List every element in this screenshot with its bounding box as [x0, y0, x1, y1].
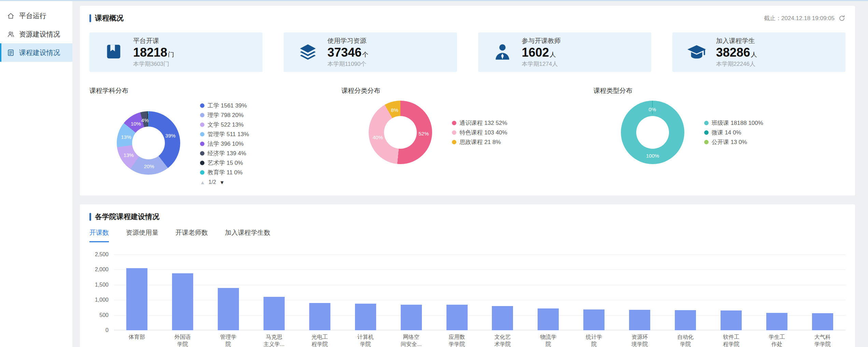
- overview-header: 课程概况 截止：2024.12.18 19:09:05: [89, 13, 845, 23]
- legend-label: 公开课 13 0%: [712, 138, 747, 146]
- legend-dot: [704, 130, 709, 135]
- stat-info: 使用学习资源 37346个 本学期11090个: [327, 37, 368, 68]
- legend-item[interactable]: 经济学 139 4%: [200, 148, 249, 158]
- legend-item[interactable]: 教育学 11 0%: [200, 168, 249, 177]
- bar: [492, 306, 513, 330]
- legend-dot: [200, 170, 204, 175]
- legend-item[interactable]: 文学 522 13%: [200, 120, 249, 129]
- donut-ring: 100%0%: [621, 101, 684, 164]
- x-axis-label: 计算机 学院: [343, 334, 388, 347]
- main-content: 课程概况 截止：2024.12.18 19:09:05 平台开课 18218门 …: [72, 1, 868, 347]
- x-axis-labels: 体育部外国语 学院管理学 院马克思 主义学...光电工 程学院计算机 学院网络空…: [114, 334, 845, 347]
- bar: [721, 310, 742, 330]
- bar-slot: [251, 255, 297, 330]
- legend-label: 通识课程 132 52%: [459, 119, 507, 127]
- y-axis-tick: 2,500: [95, 251, 109, 258]
- refresh-icon[interactable]: [838, 15, 845, 22]
- overview-title: 课程概况: [95, 13, 124, 23]
- x-axis-label: 软件工 程学院: [708, 334, 754, 347]
- stat-term: 本学期3603门: [133, 60, 174, 68]
- legend-label: 班级课 18188 100%: [712, 119, 763, 127]
- users-icon: [7, 30, 15, 38]
- legend-dot: [200, 113, 204, 117]
- sidebar-item-2[interactable]: 资源建设情况: [0, 25, 72, 43]
- bar-slot: [617, 255, 663, 330]
- bar-slot: [297, 255, 343, 330]
- sidebar-item-label: 资源建设情况: [19, 30, 60, 39]
- x-axis-label: 体育部: [114, 334, 160, 347]
- legend-item[interactable]: 管理学 511 13%: [200, 129, 249, 139]
- donut-ring: 52%40%8%: [369, 101, 432, 164]
- x-axis-label: 外国语 学院: [160, 334, 205, 347]
- legend-pagination: ▲1/2▼: [200, 179, 249, 185]
- legend-label: 微课 14 0%: [712, 129, 741, 136]
- sidebar-item-1[interactable]: 平台运行: [0, 6, 72, 25]
- bar: [675, 310, 696, 330]
- legend-item[interactable]: 班级课 18188 100%: [704, 118, 763, 128]
- slice-percentage-label: 8%: [391, 107, 398, 113]
- x-axis-label: 马克思 主义学...: [251, 334, 297, 347]
- college-title: 各学院课程建设情况: [95, 212, 159, 221]
- bar: [355, 304, 376, 330]
- legend-item[interactable]: 通识课程 132 52%: [452, 118, 507, 128]
- legend-label: 思政课程 21 8%: [459, 138, 501, 146]
- y-axis-tick: 1,500: [95, 282, 109, 288]
- legend-item[interactable]: 思政课程 21 8%: [452, 137, 507, 147]
- stat-label: 使用学习资源: [327, 37, 368, 45]
- stat-info: 加入课程学生 38286人 本学期22246人: [716, 37, 757, 68]
- metric-tabs: 开课数资源使用量开课老师数加入课程学生数: [89, 228, 845, 242]
- stat-value: 18218门: [133, 45, 174, 59]
- bar-slot: [480, 255, 526, 330]
- donut-chart-body: 52%40%8% 通识课程 132 52%特色课程 103 40%思政课程 21…: [341, 101, 593, 164]
- college-stats-card: 各学院课程建设情况 开课数资源使用量开课老师数加入课程学生数 05001,000…: [80, 204, 855, 347]
- bar-slot: [525, 255, 571, 330]
- bar-slot: [434, 255, 480, 330]
- bar: [264, 297, 285, 330]
- donut-chart-body: 39%20%13%13%10%4% 工学 1561 39%理学 798 20%文…: [89, 101, 341, 185]
- sidebar-item-label: 平台运行: [19, 11, 46, 20]
- tab-2[interactable]: 资源使用量: [126, 228, 158, 242]
- stat-term: 本学期11090个: [327, 60, 368, 68]
- x-axis-label: 资源环 境学院: [617, 334, 663, 347]
- book-icon: [104, 42, 124, 62]
- stat-term: 本学期1274人: [522, 60, 561, 68]
- legend-item[interactable]: 艺术学 15 0%: [200, 158, 249, 168]
- sidebar-item-3[interactable]: 课程建设情况: [0, 43, 72, 62]
- slice-percentage-label: 0%: [649, 106, 656, 112]
- legend-item[interactable]: 特色课程 103 40%: [452, 128, 507, 137]
- legend-dot: [452, 121, 456, 125]
- bar: [172, 273, 193, 330]
- teacher-icon: [493, 42, 512, 62]
- bar-slot: [160, 255, 205, 330]
- donut-charts-row: 课程学科分布 39%20%13%13%10%4% 工学 1561 39%理学 7…: [89, 86, 845, 185]
- legend-page-down-button[interactable]: ▼: [219, 179, 225, 185]
- legend-label: 艺术学 15 0%: [208, 159, 243, 167]
- legend-item[interactable]: 公开课 13 0%: [704, 137, 763, 147]
- bar: [309, 303, 330, 330]
- legend-item[interactable]: 微课 14 0%: [704, 128, 763, 137]
- stat-card: 使用学习资源 37346个 本学期11090个: [284, 32, 457, 72]
- legend-dot: [200, 142, 204, 146]
- legend-dot: [200, 132, 204, 136]
- bar: [629, 310, 650, 330]
- x-axis-label: 大气科 学学院: [800, 334, 845, 347]
- slice-percentage-label: 52%: [418, 131, 429, 136]
- slice-percentage-label: 10%: [131, 121, 141, 127]
- donut-hole: [132, 127, 165, 159]
- legend-page-up-button[interactable]: ▲: [200, 179, 205, 185]
- tab-4[interactable]: 加入课程学生数: [225, 228, 270, 242]
- stats-row: 平台开课 18218门 本学期3603门 使用学习资源 37346个 本学期11…: [89, 32, 845, 72]
- x-axis-label: 统计学 院: [571, 334, 617, 347]
- legend-dot: [200, 161, 204, 165]
- tab-1[interactable]: 开课数: [89, 228, 109, 242]
- legend-item[interactable]: 法学 396 10%: [200, 139, 249, 148]
- donut-chart-title: 课程分类分布: [341, 86, 593, 95]
- title-accent-bar: [89, 213, 91, 221]
- legend-item[interactable]: 理学 798 20%: [200, 110, 249, 120]
- bar-chart-plot: [114, 255, 845, 330]
- tab-3[interactable]: 开课老师数: [175, 228, 208, 242]
- legend-item[interactable]: 工学 1561 39%: [200, 101, 249, 110]
- bar-chart: 05001,0001,5002,0002,500: [89, 255, 845, 330]
- x-axis-label: 光电工 程学院: [297, 334, 343, 347]
- bar-slot: [114, 255, 160, 330]
